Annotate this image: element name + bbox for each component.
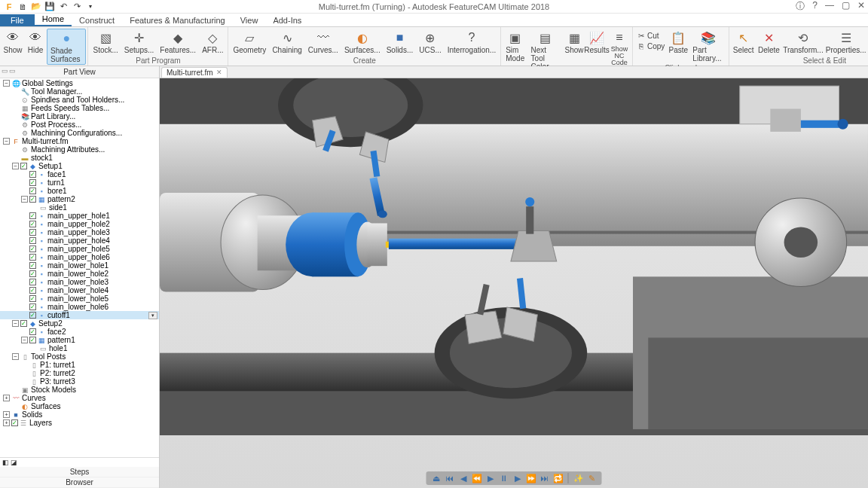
playback-skip-end-icon[interactable]: ⏭	[539, 473, 550, 483]
tree-view[interactable]: −🌐Global Settings🔧Tool Manager...⊙Spindl…	[0, 78, 159, 457]
show-nc-code-button[interactable]: ≡ShowNC Code	[608, 29, 631, 67]
minimize-icon[interactable]: —	[825, 0, 834, 13]
expander-icon[interactable]: −	[12, 163, 19, 169]
stock--button[interactable]: ▧Stock...	[90, 29, 121, 55]
tree-node-pattern1[interactable]: −✓▦pattern1	[0, 336, 159, 344]
tree-node-tool-posts[interactable]: −▯Tool Posts	[0, 352, 159, 361]
tree-node-main-lower-hole4[interactable]: ✓▪main_lower_hole4	[0, 286, 159, 294]
playback-next-icon[interactable]: ▶	[512, 473, 523, 483]
tree-node-spindles-and-tool-holders-[interactable]: ⊙Spindles and Tool Holders...	[0, 96, 159, 104]
setups--button[interactable]: ✛Setups...	[121, 29, 157, 55]
cut-button[interactable]: ✂Cut	[634, 30, 667, 41]
part-library--button[interactable]: 📚Part Library...	[689, 29, 727, 63]
tree-node-machining-configurations-[interactable]: ⚙Machining Configurations...	[0, 129, 159, 137]
tree-node-multi-turret-fm[interactable]: −FMulti-turret.fm	[0, 137, 159, 145]
checkbox[interactable]: ✓	[20, 320, 27, 327]
checkbox[interactable]: ✓	[29, 196, 36, 203]
tree-node-solids[interactable]: +■Solids	[0, 410, 159, 419]
checkbox[interactable]: ✓	[29, 254, 36, 261]
footer-icon2[interactable]: ◪	[11, 459, 17, 466]
checkbox[interactable]: ✓	[20, 163, 27, 169]
checkbox[interactable]: ✓	[29, 171, 36, 178]
maximize-icon[interactable]: ▢	[842, 0, 850, 13]
playback-rewind-icon[interactable]: ⏪	[472, 473, 482, 483]
playback-loop-icon[interactable]: 🔁	[553, 473, 564, 483]
tree-node-main-upper-hole2[interactable]: ✓▪main_upper_hole2	[0, 220, 159, 228]
show-button[interactable]: ▦Show	[563, 29, 585, 55]
tree-node-stock-models[interactable]: ▣Stock Models	[0, 386, 159, 394]
expander-icon[interactable]: +	[3, 395, 10, 401]
show-button[interactable]: 👁Show	[2, 29, 24, 55]
tree-node-main-upper-hole4[interactable]: ✓▪main_upper_hole4	[0, 236, 159, 245]
ribbon-tab-add-ins[interactable]: Add-Ins	[265, 14, 309, 26]
partview-toggle2-icon[interactable]: ▭	[9, 67, 16, 75]
tree-node-part-library-[interactable]: 📚Part Library...	[0, 112, 159, 120]
tree-node-main-upper-hole5[interactable]: ✓▪main_upper_hole5	[0, 245, 159, 253]
tree-node-turn1[interactable]: ✓▪turn1	[0, 178, 159, 187]
expander-icon[interactable]: −	[12, 320, 19, 327]
select-button[interactable]: ↖Select	[731, 29, 756, 55]
tree-node-main-upper-hole1[interactable]: ✓▪main_upper_hole1	[0, 212, 159, 220]
tree-node-main-lower-hole2[interactable]: ✓▪main_lower_hole2	[0, 270, 159, 278]
tree-node-surfaces[interactable]: ◐Surfaces	[0, 402, 159, 410]
tree-dropdown-icon[interactable]: ▾	[148, 312, 157, 319]
expander-icon[interactable]: +	[3, 419, 10, 426]
checkbox[interactable]: ✓	[29, 328, 36, 335]
tree-node-main-upper-hole6[interactable]: ✓▪main_upper_hole6	[0, 253, 159, 261]
properties--button[interactable]: ☰Properties...	[824, 29, 867, 55]
tree-node-post-process-[interactable]: ⚙Post Process...	[0, 120, 159, 129]
tree-node-face2[interactable]: ✓▪face2	[0, 328, 159, 336]
tree-node-main-upper-hole3[interactable]: ✓▪main_upper_hole3	[0, 228, 159, 236]
checkbox[interactable]: ✓	[29, 221, 36, 227]
checkbox[interactable]: ✓	[29, 270, 36, 277]
qat-open-icon[interactable]: 📂	[30, 1, 42, 13]
3d-viewport[interactable]: TOOLBOX RESULTS TOP	[160, 78, 868, 488]
tree-node-setup2[interactable]: −✓◆Setup2	[0, 319, 159, 328]
help-icon[interactable]: ?	[812, 0, 818, 13]
qat-redo-icon[interactable]: ↷	[71, 1, 83, 13]
tree-node-hole1[interactable]: ▭hole1	[0, 344, 159, 352]
checkbox[interactable]: ✓	[29, 229, 36, 236]
tree-node-global-settings[interactable]: −🌐Global Settings	[0, 79, 159, 87]
tree-node-tool-manager-[interactable]: 🔧Tool Manager...	[0, 87, 159, 96]
hide-button[interactable]: 👁Hide	[24, 29, 47, 55]
playback-pencil-icon[interactable]: ✎	[587, 473, 598, 483]
tree-node-machining-attributes-[interactable]: ⚙Machining Attributes...	[0, 145, 159, 154]
tree-node-main-lower-hole5[interactable]: ✓▪main_lower_hole5	[0, 294, 159, 303]
delete-button[interactable]: ✕Delete	[756, 29, 781, 55]
file-tab[interactable]: File	[0, 14, 35, 26]
steps-tab[interactable]: Steps	[0, 467, 159, 477]
checkbox[interactable]: ✓	[29, 295, 36, 302]
checkbox[interactable]: ✓	[29, 212, 36, 219]
checkbox[interactable]: ✓	[29, 312, 36, 319]
expander-icon[interactable]: −	[21, 337, 28, 343]
tree-node-bore1[interactable]: ✓▪bore1	[0, 187, 159, 195]
results-button[interactable]: 📈Results	[585, 29, 608, 55]
qat-dropdown-icon[interactable]: ▾	[84, 1, 96, 13]
qat-save-icon[interactable]: 💾	[44, 1, 56, 13]
tree-node-pattern2[interactable]: −✓▦pattern2	[0, 195, 159, 203]
checkbox[interactable]: ✓	[29, 179, 36, 186]
tree-node-p3-turret3[interactable]: ▯P3: turret3	[0, 377, 159, 386]
chaining-button[interactable]: ∿Chaining	[269, 29, 304, 55]
tree-node-feeds-speeds-tables-[interactable]: ▦Feeds Speeds Tables...	[0, 104, 159, 112]
checkbox[interactable]: ✓	[29, 246, 36, 252]
transform--button[interactable]: ⟲Transform...	[782, 29, 825, 55]
playback-prev-icon[interactable]: ◀	[458, 473, 469, 483]
playback-pause-icon[interactable]: ⏸	[499, 473, 509, 483]
tree-node-p1-turret1[interactable]: ▯P1: turret1	[0, 361, 159, 369]
checkbox[interactable]: ✓	[11, 419, 18, 426]
curves--button[interactable]: 〰Curves...	[305, 29, 341, 55]
partview-toggle1-icon[interactable]: ▭	[2, 67, 8, 75]
tree-node-cutoff1[interactable]: ✓▪cutoff1▾	[0, 311, 159, 319]
footer-icon1[interactable]: ◧	[2, 459, 9, 466]
qat-undo-icon[interactable]: ↶	[57, 1, 69, 13]
interrogation--button[interactable]: ?Interrogation...	[445, 29, 499, 55]
tree-node-p2-turret2[interactable]: ▯P2: turret2	[0, 369, 159, 377]
ribbon-tab-features-manufacturing[interactable]: Features & Manufacturing	[122, 14, 233, 26]
expander-icon[interactable]: −	[3, 138, 10, 145]
doc-tab-close-icon[interactable]: ✕	[216, 69, 222, 76]
document-tab[interactable]: Multi-turret.fm ✕	[161, 67, 228, 78]
surfaces--button[interactable]: ◐Surfaces...	[341, 29, 384, 55]
tree-node-main-lower-hole6[interactable]: ✓▪main_lower_hole6	[0, 303, 159, 311]
